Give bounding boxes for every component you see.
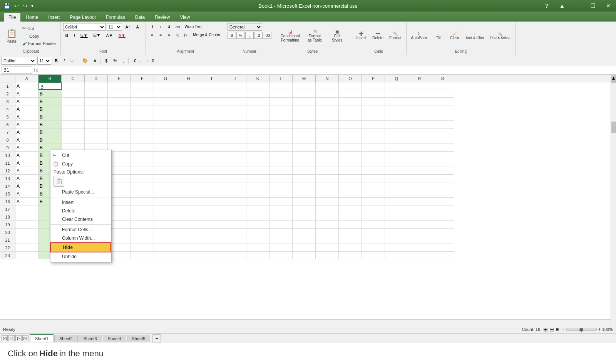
cell-P4[interactable] bbox=[362, 105, 385, 113]
cell-F13[interactable] bbox=[131, 175, 154, 182]
font-name-mini-select[interactable]: Calibri bbox=[2, 57, 36, 65]
cell-F17[interactable] bbox=[131, 205, 154, 213]
percent-mini-button[interactable]: % bbox=[111, 58, 119, 64]
row-num-12[interactable]: 12 bbox=[0, 167, 15, 175]
decrease-decimal-button[interactable]: .0 bbox=[254, 32, 263, 39]
cell-O22[interactable] bbox=[339, 244, 362, 252]
cell-H22[interactable] bbox=[177, 244, 200, 252]
font-size-increase-button[interactable]: A↑ bbox=[123, 24, 133, 30]
cell-M7[interactable] bbox=[293, 129, 316, 136]
cell-O5[interactable] bbox=[339, 113, 362, 121]
col-header-K[interactable]: K bbox=[246, 75, 270, 82]
cell-I20[interactable] bbox=[200, 229, 223, 236]
cell-O15[interactable] bbox=[339, 190, 362, 198]
cell-I12[interactable] bbox=[200, 167, 223, 175]
cell-G13[interactable] bbox=[154, 175, 177, 182]
scroll-thumb-up[interactable]: ▲ bbox=[611, 75, 616, 83]
cell-B6[interactable]: B bbox=[38, 121, 62, 129]
sheet-nav-first[interactable]: |◁ bbox=[2, 335, 8, 341]
cell-O3[interactable] bbox=[339, 98, 362, 105]
cell-E5[interactable] bbox=[108, 113, 131, 121]
zoom-in-button[interactable]: + bbox=[598, 326, 601, 332]
cell-A10[interactable]: A bbox=[15, 152, 38, 159]
col-header-E[interactable]: E bbox=[108, 75, 131, 82]
cell-M11[interactable] bbox=[293, 159, 316, 167]
cell-H17[interactable] bbox=[177, 205, 200, 213]
cell-J23[interactable] bbox=[223, 252, 246, 259]
cell-M20[interactable] bbox=[293, 229, 316, 236]
cell-K5[interactable] bbox=[246, 113, 270, 121]
cell-J17[interactable] bbox=[223, 205, 246, 213]
cell-A19[interactable] bbox=[15, 221, 38, 229]
cell-M13[interactable] bbox=[293, 175, 316, 182]
row-num-16[interactable]: 16 bbox=[0, 198, 15, 205]
cell-E8[interactable] bbox=[108, 136, 131, 144]
cell-D3[interactable] bbox=[85, 98, 108, 105]
context-copy-item[interactable]: 📋 Copy bbox=[50, 160, 111, 168]
cell-P11[interactable] bbox=[362, 159, 385, 167]
cell-Q1[interactable] bbox=[385, 82, 408, 90]
row-num-8[interactable]: 8 bbox=[0, 136, 15, 144]
cell-I18[interactable] bbox=[200, 213, 223, 221]
name-box[interactable] bbox=[2, 67, 32, 73]
zoom-slider-thumb[interactable] bbox=[579, 328, 583, 332]
cell-L2[interactable] bbox=[270, 90, 293, 98]
increase-indent-button[interactable]: ▷ bbox=[182, 31, 190, 38]
cell-B1[interactable]: B bbox=[38, 82, 62, 90]
cell-S4[interactable] bbox=[431, 105, 454, 113]
cell-A14[interactable]: A bbox=[15, 182, 38, 190]
font-size-mini-select[interactable]: 11 bbox=[37, 57, 51, 65]
cell-I7[interactable] bbox=[200, 129, 223, 136]
cell-N3[interactable] bbox=[316, 98, 339, 105]
row-num-13[interactable]: 13 bbox=[0, 175, 15, 182]
cell-R10[interactable] bbox=[408, 152, 431, 159]
col-header-D[interactable]: D bbox=[85, 75, 108, 82]
scroll-thumb[interactable] bbox=[611, 122, 616, 133]
col-header-O[interactable]: O bbox=[339, 75, 362, 82]
cell-Q7[interactable] bbox=[385, 129, 408, 136]
cell-C7[interactable] bbox=[62, 129, 85, 136]
cell-G20[interactable] bbox=[154, 229, 177, 236]
copy-button[interactable]: 📄 Copy bbox=[20, 32, 58, 40]
decrease-indent-button[interactable]: ◁ bbox=[174, 31, 181, 38]
cell-H20[interactable] bbox=[177, 229, 200, 236]
cell-G6[interactable] bbox=[154, 121, 177, 129]
cell-Q17[interactable] bbox=[385, 205, 408, 213]
cell-H14[interactable] bbox=[177, 182, 200, 190]
cell-P20[interactable] bbox=[362, 229, 385, 236]
cell-P3[interactable] bbox=[362, 98, 385, 105]
cell-G16[interactable] bbox=[154, 198, 177, 205]
cell-G18[interactable] bbox=[154, 213, 177, 221]
cell-J21[interactable] bbox=[223, 236, 246, 244]
row-num-14[interactable]: 14 bbox=[0, 182, 15, 190]
cell-G22[interactable] bbox=[154, 244, 177, 252]
cell-R18[interactable] bbox=[408, 213, 431, 221]
cell-H5[interactable] bbox=[177, 113, 200, 121]
cell-H21[interactable] bbox=[177, 236, 200, 244]
cell-D5[interactable] bbox=[85, 113, 108, 121]
cell-K8[interactable] bbox=[246, 136, 270, 144]
cell-H23[interactable] bbox=[177, 252, 200, 259]
context-hide-item[interactable]: Hide bbox=[50, 242, 111, 252]
cell-P12[interactable] bbox=[362, 167, 385, 175]
cell-F18[interactable] bbox=[131, 213, 154, 221]
sort-filter-button[interactable]: ↕ Sort & Filter bbox=[464, 30, 487, 41]
cell-R5[interactable] bbox=[408, 113, 431, 121]
cell-D6[interactable] bbox=[85, 121, 108, 129]
cell-A7[interactable]: A bbox=[15, 129, 38, 136]
number-format-select[interactable]: General bbox=[228, 23, 262, 31]
cell-E4[interactable] bbox=[108, 105, 131, 113]
cell-M17[interactable] bbox=[293, 205, 316, 213]
cell-N4[interactable] bbox=[316, 105, 339, 113]
cell-P14[interactable] bbox=[362, 182, 385, 190]
cell-J15[interactable] bbox=[223, 190, 246, 198]
cell-E7[interactable] bbox=[108, 129, 131, 136]
cell-F23[interactable] bbox=[131, 252, 154, 259]
cell-L18[interactable] bbox=[270, 213, 293, 221]
bold-button[interactable]: B bbox=[63, 32, 71, 38]
cell-F7[interactable] bbox=[131, 129, 154, 136]
cell-J11[interactable] bbox=[223, 159, 246, 167]
cell-I4[interactable] bbox=[200, 105, 223, 113]
cell-K3[interactable] bbox=[246, 98, 270, 105]
cell-O14[interactable] bbox=[339, 182, 362, 190]
